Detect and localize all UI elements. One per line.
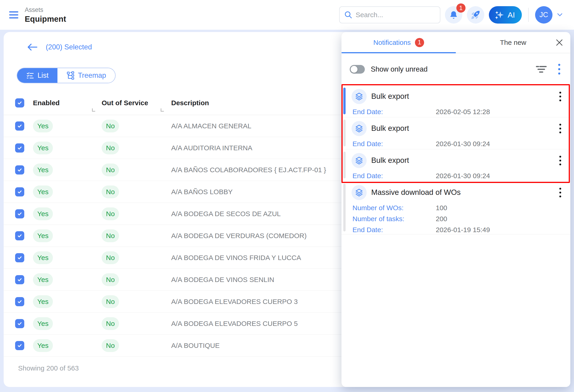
bell-icon bbox=[449, 10, 458, 20]
out-of-service-badge: No bbox=[102, 317, 119, 330]
notification-title: Bulk export bbox=[371, 156, 409, 165]
back-arrow-icon[interactable] bbox=[26, 43, 38, 51]
notification-item[interactable]: Massive download of WOs Number of WOs: 1… bbox=[342, 181, 570, 235]
checklist-icon bbox=[26, 71, 34, 79]
field-label: End Date: bbox=[352, 172, 436, 180]
list-tab-label: List bbox=[38, 71, 48, 79]
search-input[interactable] bbox=[356, 11, 431, 19]
notification-item[interactable]: Bulk export End Date: 2026-01-30 09:24 bbox=[342, 117, 570, 149]
notification-list: Bulk export End Date: 2026-02-05 12:28 B… bbox=[342, 85, 570, 235]
row-checkbox[interactable] bbox=[15, 253, 24, 262]
item-menu-icon[interactable] bbox=[558, 123, 562, 134]
tab-list-view[interactable]: List bbox=[17, 68, 58, 83]
column-header-enabled[interactable]: Enabled bbox=[33, 99, 102, 107]
chevron-down-icon[interactable] bbox=[557, 13, 563, 17]
row-checkbox[interactable] bbox=[15, 275, 24, 284]
page-heading: Assets Equipment bbox=[25, 6, 66, 23]
notifications-panel: Notifications 1 The new Show only unread… bbox=[342, 32, 570, 387]
field-label: End Date: bbox=[352, 108, 436, 116]
field-value: 2026-01-30 09:24 bbox=[436, 140, 490, 148]
enabled-badge: Yes bbox=[33, 185, 53, 198]
read-indicator bbox=[343, 120, 346, 146]
notifications-tab-badge: 1 bbox=[415, 38, 424, 47]
search-icon bbox=[344, 11, 352, 19]
row-checkbox[interactable] bbox=[15, 297, 24, 306]
field-label: Number of tasks: bbox=[352, 215, 436, 223]
close-icon[interactable] bbox=[555, 39, 563, 48]
row-checkbox[interactable] bbox=[15, 319, 24, 328]
read-indicator bbox=[343, 152, 346, 178]
tab-treemap-view[interactable]: Treemap bbox=[58, 68, 115, 83]
notification-item[interactable]: Bulk export End Date: 2026-02-05 12:28 bbox=[342, 85, 570, 117]
avatar[interactable]: JC bbox=[535, 6, 553, 23]
show-only-unread-label: Show only unread bbox=[371, 65, 428, 73]
page-title: Equipment bbox=[25, 14, 66, 23]
row-checkbox[interactable] bbox=[15, 187, 24, 196]
selected-count-label[interactable]: (200) Selected bbox=[46, 43, 92, 51]
rocket-icon bbox=[471, 10, 481, 20]
tab-the-new[interactable]: The new bbox=[456, 32, 570, 53]
item-menu-icon[interactable] bbox=[558, 155, 562, 166]
field-label: End Date: bbox=[352, 140, 436, 148]
out-of-service-badge: No bbox=[102, 339, 119, 352]
out-of-service-badge: No bbox=[102, 185, 119, 198]
tab-the-new-label: The new bbox=[500, 39, 526, 46]
unread-indicator bbox=[343, 88, 346, 114]
enabled-badge: Yes bbox=[33, 295, 53, 308]
tab-notifications-label: Notifications bbox=[373, 39, 410, 46]
out-of-service-badge: No bbox=[102, 207, 119, 220]
field-value: 2026-01-30 09:24 bbox=[436, 172, 490, 180]
filter-icon[interactable] bbox=[536, 65, 547, 73]
row-checkbox[interactable] bbox=[15, 341, 24, 350]
treemap-icon bbox=[67, 71, 75, 79]
field-value: 2026-02-05 12:28 bbox=[436, 108, 490, 116]
out-of-service-badge: No bbox=[102, 120, 119, 132]
notifications-tabs: Notifications 1 The new bbox=[342, 32, 570, 53]
enabled-badge: Yes bbox=[33, 229, 53, 242]
treemap-tab-label: Treemap bbox=[78, 71, 106, 79]
ai-assistant-button[interactable]: AI bbox=[489, 6, 522, 23]
item-menu-icon[interactable] bbox=[558, 187, 562, 198]
layers-icon bbox=[351, 121, 367, 136]
layers-icon bbox=[351, 153, 367, 168]
notification-title: Bulk export bbox=[371, 124, 409, 133]
notifications-bell-button[interactable]: 1 bbox=[445, 6, 462, 23]
field-value: 2026-01-19 15:49 bbox=[436, 226, 490, 234]
column-resize-handle[interactable] bbox=[92, 108, 95, 112]
bell-badge: 1 bbox=[456, 3, 466, 13]
field-value: 200 bbox=[436, 215, 447, 223]
row-checkbox[interactable] bbox=[15, 231, 24, 240]
read-indicator bbox=[343, 184, 346, 232]
view-toggle: List Treemap bbox=[17, 68, 116, 83]
row-checkbox[interactable] bbox=[15, 209, 24, 218]
panel-menu-icon[interactable] bbox=[557, 63, 561, 76]
row-checkbox[interactable] bbox=[15, 165, 24, 175]
notification-title: Bulk export bbox=[371, 92, 409, 101]
search-box[interactable] bbox=[339, 6, 440, 23]
out-of-service-badge: No bbox=[102, 295, 119, 308]
enabled-badge: Yes bbox=[33, 339, 53, 352]
layers-icon bbox=[351, 185, 367, 200]
active-tab-underline bbox=[342, 52, 456, 53]
enabled-badge: Yes bbox=[33, 163, 53, 176]
column-header-out-of-service[interactable]: Out of Service bbox=[102, 99, 171, 107]
select-all-checkbox[interactable] bbox=[15, 98, 24, 107]
item-menu-icon[interactable] bbox=[558, 91, 562, 102]
out-of-service-badge: No bbox=[102, 229, 119, 242]
show-only-unread-toggle[interactable] bbox=[350, 65, 365, 74]
row-checkbox[interactable] bbox=[15, 143, 24, 153]
rocket-button[interactable] bbox=[467, 6, 484, 23]
column-resize-handle[interactable] bbox=[161, 108, 164, 112]
menu-icon[interactable] bbox=[9, 11, 18, 19]
layers-icon bbox=[351, 89, 367, 104]
row-checkbox[interactable] bbox=[15, 121, 24, 131]
notification-item[interactable]: Bulk export End Date: 2026-01-30 09:24 bbox=[342, 149, 570, 181]
field-value: 100 bbox=[436, 204, 447, 212]
breadcrumb: Assets bbox=[25, 6, 66, 14]
divider bbox=[528, 8, 529, 22]
enabled-badge: Yes bbox=[33, 141, 53, 154]
field-label: End Date: bbox=[352, 226, 436, 234]
tab-notifications[interactable]: Notifications 1 bbox=[342, 32, 456, 53]
unread-filter-row: Show only unread bbox=[342, 53, 570, 85]
field-label: Number of WOs: bbox=[352, 204, 436, 212]
